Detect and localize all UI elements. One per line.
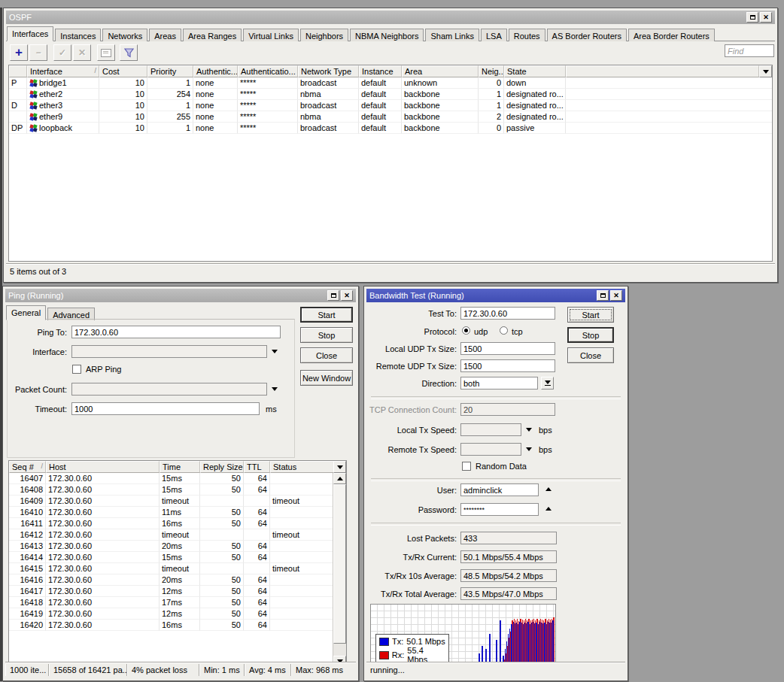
column-header-status[interactable]: Status xyxy=(270,461,333,473)
column-header-time[interactable]: Time xyxy=(160,461,200,473)
enable-button[interactable]: ✓ xyxy=(53,44,71,61)
table-row[interactable]: 16419172.30.0.6012ms5064 xyxy=(9,608,334,620)
direction-dropdown-button[interactable] xyxy=(541,377,554,389)
find-input[interactable] xyxy=(725,44,774,57)
tab-instances[interactable]: Instances xyxy=(55,29,101,41)
column-header-reply-size[interactable]: Reply Size xyxy=(200,461,244,473)
udp-radio[interactable] xyxy=(462,326,470,335)
table-row[interactable]: ether910255none*****nbmadefaultbackbone2… xyxy=(9,111,772,123)
table-row[interactable]: Dether3101none*****broadcastdefaultbackb… xyxy=(9,100,772,111)
column-header-flags[interactable] xyxy=(9,65,27,77)
start-button[interactable]: Start xyxy=(300,307,353,323)
column-header-authentic[interactable]: Authentic... xyxy=(193,65,238,77)
tcp-radio[interactable] xyxy=(500,326,508,335)
cell-priority: 1 xyxy=(147,100,193,111)
table-row[interactable]: 16407172.30.0.6015ms5064 xyxy=(9,473,334,484)
start-button[interactable]: Start xyxy=(567,307,614,323)
column-header-seq[interactable]: Seq #/ xyxy=(9,461,46,473)
column-header-network-type[interactable]: Network Type xyxy=(298,65,359,77)
bandwidth-titlebar[interactable]: Bandwidth Test (Running) ✕ xyxy=(366,289,625,302)
remote-udp-tx-size-input[interactable] xyxy=(460,359,555,372)
password-input[interactable] xyxy=(460,503,539,516)
table-row[interactable]: Pbridge1101none*****broadcastdefaultunkn… xyxy=(9,77,772,89)
filter-button[interactable] xyxy=(120,44,138,61)
column-header-interface[interactable]: Interface/ xyxy=(27,65,99,77)
restore-button[interactable] xyxy=(746,12,758,23)
ping-to-input[interactable] xyxy=(71,326,281,338)
column-select-button[interactable] xyxy=(333,461,346,473)
stop-button[interactable]: Stop xyxy=(567,327,614,343)
table-row[interactable]: 16416172.30.0.6020ms5064 xyxy=(9,574,334,586)
restore-button[interactable] xyxy=(597,290,609,301)
tab-areas[interactable]: Areas xyxy=(149,29,181,41)
column-header-authenticatio[interactable]: Authenticatio... xyxy=(238,65,298,77)
table-row[interactable]: 16408172.30.0.6015ms5064 xyxy=(9,484,334,496)
interface-combo[interactable] xyxy=(71,345,267,358)
column-header-priority[interactable]: Priority xyxy=(147,65,193,77)
table-row[interactable]: 16412172.30.0.60timeouttimeout xyxy=(9,529,334,541)
tab-general[interactable]: General xyxy=(6,305,46,320)
vertical-scrollbar[interactable] xyxy=(333,473,346,667)
column-select-button[interactable] xyxy=(759,65,772,77)
table-row[interactable]: 16418172.30.0.6017ms5064 xyxy=(9,597,334,608)
stop-button[interactable]: Stop xyxy=(300,327,353,343)
column-header-cost[interactable]: Cost xyxy=(99,65,147,77)
tab-networks[interactable]: Networks xyxy=(102,29,147,41)
column-header-host[interactable]: Host xyxy=(46,461,160,473)
local-udp-tx-size-input[interactable] xyxy=(460,342,555,355)
ospf-titlebar[interactable]: OSPF ✕ xyxy=(6,11,775,24)
close-button[interactable]: Close xyxy=(567,347,614,363)
new-window-button[interactable]: New Window xyxy=(300,370,353,386)
ping-titlebar[interactable]: Ping (Running) ✕ xyxy=(5,289,356,302)
tab-area-border-routers[interactable]: Area Border Routers xyxy=(628,29,715,41)
arp-ping-checkbox[interactable] xyxy=(72,365,81,374)
close-button[interactable]: ✕ xyxy=(341,290,353,301)
direction-combo[interactable] xyxy=(460,377,538,389)
table-row[interactable]: 16410172.30.0.6011ms5064 xyxy=(9,507,334,518)
random-data-checkbox[interactable] xyxy=(462,462,471,471)
restore-button[interactable] xyxy=(327,290,339,301)
column-header-neig[interactable]: Neig... xyxy=(479,65,504,77)
disable-button[interactable]: ✕ xyxy=(73,44,91,61)
spin-up-icon[interactable] xyxy=(545,487,552,491)
dropdown-arrow-icon[interactable] xyxy=(272,387,278,391)
tab-neighbors[interactable]: Neighbors xyxy=(300,29,348,41)
tab-routes[interactable]: Routes xyxy=(509,29,545,41)
remove-button[interactable]: − xyxy=(29,44,47,61)
tab-lsa[interactable]: LSA xyxy=(481,29,507,41)
close-button[interactable]: ✕ xyxy=(610,290,622,301)
close-button[interactable]: ✕ xyxy=(760,12,772,23)
dropdown-arrow-icon[interactable] xyxy=(526,428,532,432)
tab-area-ranges[interactable]: Area Ranges xyxy=(183,29,242,41)
user-input[interactable] xyxy=(460,483,539,496)
test-to-input[interactable] xyxy=(460,307,555,320)
scrollbar-thumb[interactable] xyxy=(333,484,346,644)
table-row[interactable]: 16413172.30.0.6020ms5064 xyxy=(9,541,334,552)
tab-nbma-neighbors[interactable]: NBMA Neighbors xyxy=(350,29,424,41)
table-row[interactable]: 16409172.30.0.60timeouttimeout xyxy=(9,496,334,507)
comment-button[interactable] xyxy=(97,44,115,61)
column-header-state[interactable]: State xyxy=(504,65,566,77)
timeout-input[interactable] xyxy=(71,402,260,415)
tab-as-border-routers[interactable]: AS Border Routers xyxy=(547,29,627,41)
add-button[interactable]: + xyxy=(10,44,28,61)
table-row[interactable]: 16417172.30.0.6012ms5064 xyxy=(9,586,334,597)
scroll-up-button[interactable] xyxy=(333,473,346,484)
table-row[interactable]: ether210254none*****nbmadefaultbackbone1… xyxy=(9,89,772,100)
spin-up-icon[interactable] xyxy=(545,507,552,511)
table-row[interactable]: 16414172.30.0.6015ms5064 xyxy=(9,552,334,563)
close-button[interactable]: Close xyxy=(300,347,353,363)
dropdown-arrow-icon[interactable] xyxy=(272,350,278,353)
column-header-instance[interactable]: Instance xyxy=(359,65,402,77)
table-row[interactable]: 16415172.30.0.60timeouttimeout xyxy=(9,563,334,574)
dropdown-arrow-icon[interactable] xyxy=(526,447,532,451)
column-header-ttl[interactable]: TTL xyxy=(244,461,270,473)
table-row[interactable]: 16420172.30.0.6016ms5064 xyxy=(9,620,334,631)
table-row[interactable]: 16411172.30.0.6016ms5064 xyxy=(9,518,334,529)
column-header-area[interactable]: Area xyxy=(402,65,479,77)
tab-interfaces[interactable]: Interfaces xyxy=(7,26,53,41)
tab-sham-links[interactable]: Sham Links xyxy=(425,29,479,41)
packet-count-combo[interactable] xyxy=(71,383,267,396)
tab-virtual-links[interactable]: Virtual Links xyxy=(243,29,299,41)
table-row[interactable]: DPloopback101none*****broadcastdefaultba… xyxy=(9,123,772,134)
